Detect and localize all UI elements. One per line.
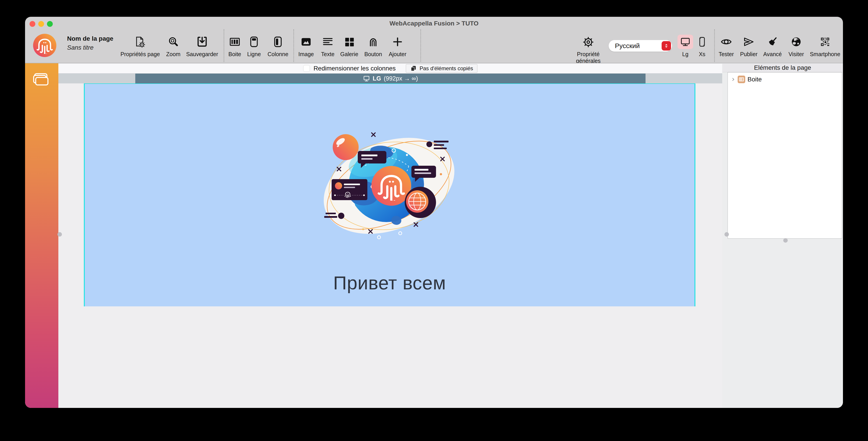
add-element-label: Ajouter — [389, 51, 406, 58]
titlebar: WebAcappella Fusion > TUTO — [25, 17, 843, 32]
pages-sidebar[interactable] — [25, 63, 58, 408]
globe-icon — [790, 35, 802, 49]
language-select[interactable]: Русский — [609, 40, 672, 52]
column-layout-icon — [272, 35, 284, 49]
toolbar-divider — [421, 29, 421, 62]
app-logo — [33, 34, 56, 57]
globe-illustration[interactable] — [319, 128, 460, 245]
octopus-logo-icon — [36, 37, 53, 54]
plus-icon — [392, 35, 404, 49]
smartphone-label: Smartphone — [810, 51, 840, 58]
copy-icon — [410, 65, 417, 72]
canvas-toolbar: Redimensionner les colonnes Pas d'élémen… — [58, 63, 722, 73]
elements-tree: Boite — [727, 72, 842, 239]
monitor-icon — [363, 75, 370, 82]
workspace: Redimensionner les colonnes Pas d'élémen… — [58, 63, 722, 408]
clipboard-status-label: Pas d'éléments copiés — [420, 65, 473, 71]
add-element-button[interactable]: Ajouter — [375, 35, 420, 58]
clipboard-status-button[interactable]: Pas d'éléments copiés — [406, 64, 477, 73]
chevron-right-icon[interactable] — [732, 77, 735, 82]
tree-item-boite[interactable]: Boite — [728, 72, 842, 83]
resize-columns-checkbox[interactable] — [303, 65, 310, 72]
smartphone-button[interactable]: Smartphone — [803, 35, 843, 58]
app-window: WebAcappella Fusion > TUTO Nom de la pag… — [25, 17, 843, 408]
right-resize-handle[interactable] — [724, 232, 729, 237]
page-canvas-box[interactable]: Привет всем — [84, 84, 695, 306]
elements-panel: Eléments de la page Boite — [722, 63, 843, 408]
page-name-label: Nom de la page — [67, 35, 113, 42]
qr-code-icon — [819, 35, 831, 49]
general-properties-label: Propriété générales — [565, 51, 612, 64]
page-title-value[interactable]: Sans titre — [67, 44, 93, 51]
pages-stack-icon — [31, 72, 51, 90]
document-gear-icon — [134, 35, 147, 49]
left-resize-handle[interactable] — [58, 232, 62, 237]
visit-label: Visiter — [788, 51, 804, 58]
general-properties-button[interactable]: Propriété générales — [566, 35, 611, 64]
box-element-icon — [738, 75, 745, 83]
breakpoint-bar[interactable]: LG (992px → ∞) — [135, 73, 646, 84]
elements-panel-title: Eléments de la page — [722, 63, 843, 72]
breakpoint-name: LG — [373, 75, 381, 82]
save-download-icon — [196, 35, 208, 49]
resize-columns-label: Redimensionner les colonnes — [313, 65, 396, 72]
breakpoint-range: (992px → ∞) — [384, 75, 418, 82]
panel-resize-handle[interactable] — [783, 238, 788, 243]
canvas-heading-text[interactable]: Привет всем — [85, 272, 694, 294]
tree-item-label: Boite — [747, 76, 762, 83]
magnifier-plus-icon — [167, 35, 179, 49]
gear-icon — [582, 35, 594, 49]
window-title: WebAcappella Fusion > TUTO — [25, 20, 843, 27]
language-select-value: Русский — [609, 42, 662, 50]
zoom-label: Zoom — [166, 51, 181, 58]
